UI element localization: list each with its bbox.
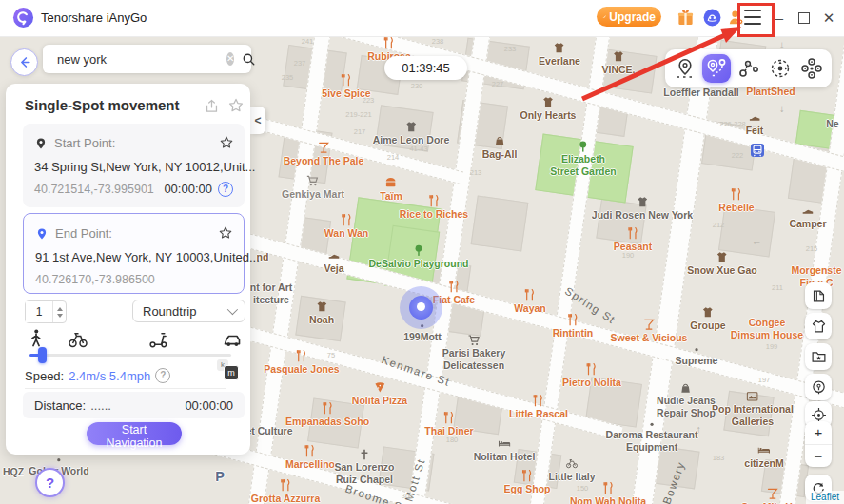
restaurant-icon	[601, 482, 614, 494]
mode-toolbar	[665, 49, 832, 87]
restaurant-icon	[279, 479, 291, 492]
multi-spot-movement-button[interactable]	[735, 54, 763, 83]
speed-value: 2.4m/s 5.4mph	[69, 369, 150, 383]
map-label: 190	[622, 251, 635, 260]
speed-slider-track[interactable]	[29, 354, 231, 357]
map-label: P	[215, 469, 225, 485]
jump-teleport-mode-button[interactable]	[797, 54, 826, 83]
collection-button[interactable]	[805, 343, 832, 370]
restaurant-icon	[427, 195, 440, 207]
speed-slider-thumb[interactable]	[38, 347, 47, 363]
bicycle-icon[interactable]	[69, 329, 88, 348]
map-label: 223	[363, 96, 375, 105]
zoom-out-button[interactable]: −	[805, 445, 832, 468]
collapse-panel-button[interactable]: <	[250, 107, 265, 134]
close-button[interactable]: ✕	[820, 10, 837, 27]
map-label-cart: Parisi Bakery Delicatessen	[442, 334, 506, 371]
distance-value: ......	[90, 398, 111, 413]
map-label-tshirt: Everlane	[539, 42, 580, 68]
start-point-card[interactable]: Start Point: 34 Spring St,New York, NY 1…	[23, 124, 245, 207]
end-coordinates: 40.726170,-73.986500	[35, 273, 155, 286]
search-icon	[242, 52, 256, 67]
tshirt-icon	[541, 96, 554, 108]
trip-type-select[interactable]: Roundtrip	[132, 300, 245, 322]
help-icon[interactable]: ?	[218, 182, 233, 197]
search-input[interactable]	[55, 51, 226, 68]
start-pin-icon	[34, 137, 48, 150]
help-button[interactable]: ?	[35, 468, 65, 497]
speed-row: Speed: 2.4m/s 5.4mph ?	[25, 368, 170, 383]
restaurant-icon	[341, 214, 353, 226]
clear-search-icon[interactable]: ✕	[226, 52, 234, 66]
pizza-icon	[373, 381, 385, 394]
leaflet-attribution[interactable]: Leaflet	[806, 491, 844, 504]
start-navigation-button[interactable]: Start Navigation	[87, 422, 182, 445]
search-button[interactable]	[242, 52, 256, 67]
maximize-button[interactable]	[795, 10, 813, 28]
upgrade-button[interactable]: Upgrade	[597, 7, 661, 27]
map-label: 180	[446, 436, 459, 444]
trip-count-input[interactable]	[26, 301, 52, 322]
tshirt-icon	[811, 319, 827, 335]
cross-icon	[358, 448, 370, 460]
search-box: ✕	[43, 45, 251, 73]
end-pin-icon	[35, 227, 49, 241]
cocktail-icon	[642, 319, 655, 331]
tshirt-icon	[554, 42, 566, 54]
switch-map-button[interactable]	[805, 282, 832, 309]
unit-toggle-button[interactable]: k m	[217, 359, 238, 379]
map-label: 238	[432, 37, 444, 46]
gift-icon[interactable]	[677, 9, 695, 27]
teleport-mode-button[interactable]	[671, 54, 699, 83]
current-location-dot	[417, 302, 425, 311]
scooter-icon[interactable]	[148, 329, 167, 348]
folder-star-icon	[811, 349, 827, 365]
restaurant-icon	[730, 188, 742, 201]
restaurant-icon	[304, 445, 317, 457]
star-icon[interactable]	[227, 97, 245, 114]
map-label: HQZ	[3, 466, 24, 478]
share-icon[interactable]	[204, 98, 220, 114]
crosshair-icon	[811, 407, 827, 423]
map-label: 211	[772, 283, 783, 292]
discord-icon[interactable]	[703, 9, 721, 27]
map-label: 241	[302, 37, 314, 46]
joystick-movement-button[interactable]	[766, 54, 795, 83]
start-address: 34 Spring St,New York, NY 10012,Unit...	[34, 160, 255, 174]
arrow-left-icon	[17, 55, 31, 69]
end-point-card[interactable]: End Point: 91 1st Ave,New York, NY 10003…	[23, 213, 245, 294]
map-label: 230	[411, 82, 423, 90]
bed-icon	[757, 444, 770, 456]
walk-icon[interactable]	[27, 329, 46, 348]
map-label: →	[776, 105, 789, 115]
start-coordinates: 40.721514,-73.995901	[34, 183, 154, 196]
shoe-icon	[801, 204, 814, 217]
two-spot-movement-button[interactable]	[702, 54, 731, 83]
unit-mi: m	[224, 365, 239, 380]
zoom-control: + −	[805, 421, 832, 467]
trip-count-stepper	[25, 300, 67, 323]
tshirt-icon	[716, 251, 728, 263]
car-icon[interactable]	[223, 329, 242, 348]
distance-label: Distance:	[34, 398, 86, 413]
zoom-in-button[interactable]: +	[805, 421, 832, 445]
start-star-icon[interactable]	[219, 135, 234, 150]
pin-circle-icon	[811, 379, 827, 396]
speed-help-icon[interactable]: ?	[155, 368, 170, 383]
end-star-icon[interactable]	[218, 225, 233, 241]
stepper-arrows[interactable]	[52, 301, 66, 322]
duration-value: 00:00:00	[185, 398, 233, 413]
map-label: 213	[470, 168, 482, 177]
speed-label: Speed:	[25, 369, 64, 383]
map-icon	[811, 288, 827, 304]
skin-button[interactable]	[805, 313, 832, 339]
history-button[interactable]	[805, 374, 832, 400]
map-label: 219-221	[345, 110, 372, 119]
back-button[interactable]	[10, 48, 38, 76]
burger-icon	[384, 177, 397, 189]
shoe-icon	[748, 111, 760, 124]
start-time: 00:00:00	[164, 182, 212, 196]
app-logo-icon	[12, 7, 34, 29]
map-label-pizza: Nolita Pizza	[352, 381, 407, 407]
map-label: 199	[766, 342, 778, 351]
